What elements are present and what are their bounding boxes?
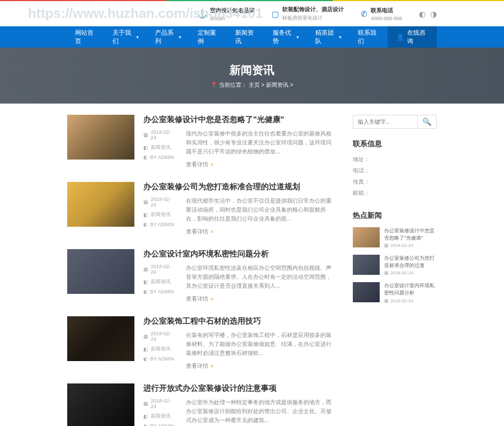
contact-fax: 传真： (353, 178, 437, 186)
article-title[interactable]: 办公室装修设计中您是否忽略了"光健康" (143, 115, 336, 125)
mobile-icon: ▢ (272, 10, 279, 18)
hot-news-block: 热点新闻 办公室装修设计中您是否忽略了"光健康" ▦2018-02-24 办公室… (353, 210, 437, 303)
search-input[interactable] (353, 115, 417, 128)
article-item: 办公室装饰工程中石材的选用技巧 ▦2018-02-24 ◧新闻资讯 ◐BY AD… (67, 316, 336, 370)
main-nav: 网站首页 关于我们▼ 产品系列▼ 定制案例 新闻资讯 服务优势▼ 精英团队▼ 联… (0, 26, 504, 48)
read-more-link[interactable]: 查看详情» (186, 362, 336, 370)
phone-title: 联系电话 (371, 7, 393, 13)
nav-news[interactable]: 新闻资讯 (227, 26, 265, 48)
article-thumbnail[interactable] (67, 115, 134, 160)
article-title[interactable]: 办公室装修公司为您打造标准合理的过道规划 (143, 182, 336, 192)
article-meta: ▦2018-02-24 ◧新闻资讯 ◐BY ADMIN (143, 331, 175, 365)
article-item: 办公室装修公司为您打造标准合理的过道规划 ▦2018-02-24 ◧新闻资讯 ◐… (67, 182, 336, 236)
nav-service[interactable]: 服务优势▼ (265, 26, 307, 48)
user-icon: ◐ (143, 356, 148, 362)
design-title: 软装配饰设计、酒店设计 (282, 6, 344, 12)
nav-cases[interactable]: 定制案例 (190, 26, 227, 48)
sidebar: 🔍 联系信息 地址： 电话： 传真： 邮箱： 热点新闻 办公室装修设计中您是否忽… (353, 115, 437, 426)
read-more-link[interactable]: 查看详情» (186, 295, 336, 303)
arrow-right-icon: » (211, 296, 214, 302)
search-button[interactable]: 🔍 (417, 115, 436, 128)
calendar-icon: ▦ (143, 401, 148, 406)
phone-icon: ✆ (361, 10, 367, 18)
arrow-right-icon: » (211, 228, 214, 235)
tag-icon: ◧ (143, 145, 148, 151)
hot-heading: 热点新闻 (353, 210, 437, 221)
hot-thumbnail[interactable] (353, 227, 380, 247)
article-meta: ▦2018-02-24 ◧新闻资讯 ◐BY ADMIN (143, 398, 175, 426)
calendar-icon: ▦ (384, 298, 389, 303)
article-item: 进行开放式办公室装修设计的注意事项 ▦2018-02-24 ◧新闻资讯 ◐BY … (67, 383, 336, 426)
hot-thumbnail[interactable] (353, 282, 380, 302)
hot-thumbnail[interactable] (353, 255, 380, 275)
nav-products[interactable]: 产品系列▼ (147, 26, 190, 48)
search-box: 🔍 (353, 115, 437, 129)
nav-about[interactable]: 关于我们▼ (105, 26, 147, 48)
calendar-icon: ▦ (143, 199, 148, 205)
read-more-link[interactable]: 查看详情» (186, 228, 336, 236)
page-banner: 新闻资讯 📍 当前位置： 主页 > 新闻资讯 > (0, 48, 504, 104)
wechat-icon[interactable]: ◑ (430, 10, 437, 18)
chevron-down-icon: ▼ (296, 35, 300, 39)
article-thumbnail[interactable] (67, 249, 134, 294)
calendar-icon: ▦ (143, 334, 148, 339)
article-meta: ▦2018-02-24 ◧新闻资讯 ◐BY ADMIN (143, 129, 175, 163)
article-title[interactable]: 进行开放式办公室装修设计的注意事项 (143, 383, 336, 394)
article-item: 办公室设计室内环境私密性问题分析 ▦2018-02-24 ◧新闻资讯 ◐BY A… (67, 249, 336, 303)
contact-heading: 联系信息 (353, 139, 437, 149)
phone-sub: 4008-888-888 (371, 16, 402, 21)
calendar-icon: ▦ (384, 243, 389, 248)
hot-item: 办公室设计室内环境私密性问题分析 ▦2018-02-24 (353, 282, 437, 303)
user-icon: ◐ (143, 423, 148, 426)
hot-title[interactable]: 办公室装修设计中您是否忽略了"光健康" (384, 227, 437, 241)
article-title[interactable]: 办公室设计室内环境私密性问题分析 (143, 249, 336, 259)
arrow-right-icon: » (211, 161, 214, 167)
contact-tel: 电话： (353, 167, 437, 175)
article-excerpt: 在现代都市生活中，办公室不仅仅是提供我们日常办公的重要活动场所，同时也是我们公司… (186, 196, 336, 223)
calendar-icon: ▦ (143, 266, 148, 272)
user-icon: ◐ (143, 222, 148, 227)
social-icons: ◐ ◑ (419, 10, 437, 18)
nav-contact[interactable]: 联系我们 (350, 26, 388, 48)
breadcrumb-current: 新闻资讯 > (266, 82, 293, 88)
article-thumbnail[interactable] (67, 316, 134, 361)
contact-mail: 邮箱： (353, 189, 437, 197)
tag-icon: ◧ (143, 347, 148, 352)
hot-item: 办公室装修公司为您打造标准合理的过道 ▦2018-02-24 (353, 255, 437, 275)
breadcrumb: 📍 当前位置： 主页 > 新闻资讯 > (211, 81, 293, 89)
read-more-link[interactable]: 查看详情» (186, 161, 336, 168)
weibo-icon[interactable]: ◐ (419, 10, 426, 18)
tag-icon: ◧ (143, 414, 148, 419)
breadcrumb-home[interactable]: 主页 (249, 82, 260, 88)
top-design: ▢ 软装配饰设计、酒店设计 样板房情景化设计 (272, 6, 344, 22)
article-item: 办公室装修设计中您是否忽略了"光健康" ▦2018-02-24 ◧新闻资讯 ◐B… (67, 115, 336, 168)
nav-home[interactable]: 网站首页 (67, 26, 105, 48)
user-icon: ◐ (143, 155, 148, 160)
pin-icon: 📍 (211, 82, 217, 88)
article-excerpt: 现代办公室装修中很多的业主往往也着重办公室的装修风格和实用性，很少有专业注重关注… (186, 129, 336, 156)
tag-icon: ◧ (143, 212, 148, 218)
top-phone: ✆ 联系电话 4008-888-888 (361, 7, 402, 21)
article-title[interactable]: 办公室装饰工程中石材的选用技巧 (143, 316, 336, 326)
article-list: 办公室装修设计中您是否忽略了"光健康" ▦2018-02-24 ◧新闻资讯 ◐B… (67, 115, 336, 426)
chevron-down-icon: ▼ (338, 35, 342, 39)
calendar-icon: ▦ (384, 270, 389, 275)
hot-item: 办公室装修设计中您是否忽略了"光健康" ▦2018-02-24 (353, 227, 437, 248)
hot-title[interactable]: 办公室设计室内环境私密性问题分析 (384, 282, 437, 296)
user-icon: 👤 (396, 34, 404, 41)
main-content: 办公室装修设计中您是否忽略了"光健康" ▦2018-02-24 ◧新闻资讯 ◐B… (0, 104, 504, 426)
article-thumbnail[interactable] (67, 182, 134, 227)
calendar-icon: ▦ (143, 132, 148, 138)
nav-chat-button[interactable]: 👤在线咨询 (388, 26, 437, 48)
nav-team[interactable]: 精英团队▼ (307, 26, 350, 48)
hot-title[interactable]: 办公室装修公司为您打造标准合理的过道 (384, 255, 437, 269)
watermark: https://www.huzhan.com/ishop34101 (28, 6, 263, 21)
contact-block: 联系信息 地址： 电话： 传真： 邮箱： (353, 139, 437, 197)
page-title: 新闻资讯 (230, 63, 274, 78)
arrow-right-icon: » (211, 363, 214, 369)
article-thumbnail[interactable] (67, 383, 134, 426)
article-meta: ▦2018-02-24 ◧新闻资讯 ◐BY ADMIN (143, 196, 175, 231)
article-meta: ▦2018-02-24 ◧新闻资讯 ◐BY ADMIN (143, 264, 175, 298)
user-icon: ◐ (143, 289, 148, 294)
tag-icon: ◧ (143, 279, 148, 285)
